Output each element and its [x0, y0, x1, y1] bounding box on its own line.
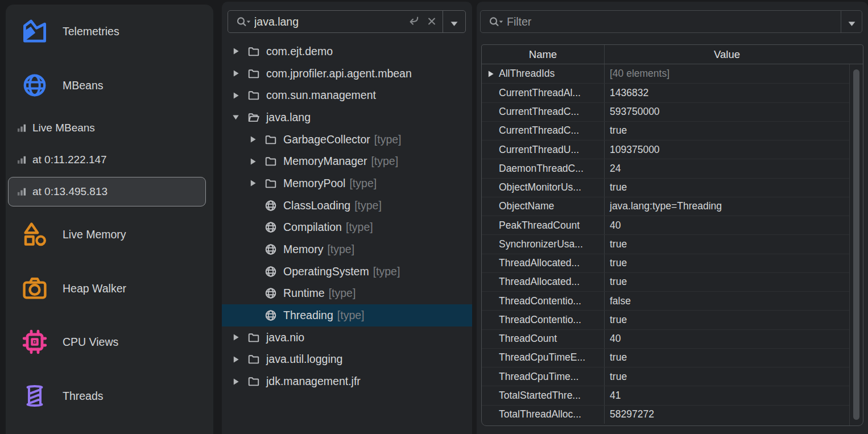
attribute-name: PeakThreadCount [499, 220, 580, 232]
attribute-value: [40 elements] [605, 64, 849, 83]
sidebar-item-mbeans[interactable]: MBeans [6, 68, 213, 102]
scrollbar-thumb[interactable] [853, 69, 859, 420]
tree-node-com-jprofiler-api-agent-mbean[interactable]: com.jprofiler.api.agent.mbean [222, 63, 472, 85]
arrow-collapsed-icon[interactable] [487, 70, 494, 78]
table-row-currentthreadc[interactable]: CurrentThreadC...593750000 [482, 102, 849, 121]
tree-node-compilation[interactable]: Compilation[type] [222, 217, 472, 239]
tree-node-type-suffix: [type] [349, 177, 377, 190]
table-row-currentthreadu[interactable]: CurrentThreadU...109375000 [482, 140, 849, 159]
table-row-threadcontentio[interactable]: ThreadContentio...true [482, 310, 849, 329]
tree-node-com-ejt-demo[interactable]: com.ejt.demo [222, 40, 472, 63]
arrow-collapsed-icon[interactable] [232, 92, 247, 100]
attribute-name: TotalStartedThre... [499, 390, 581, 402]
arrow-collapsed-icon[interactable] [232, 378, 247, 386]
attribute-value: true [605, 367, 849, 386]
tree-node-type-suffix: [type] [337, 309, 365, 322]
column-header-value[interactable]: Value [605, 48, 849, 61]
table-row-threadallocated[interactable]: ThreadAllocated...true [482, 272, 849, 291]
sidebar-item-at-0-13-495-813[interactable]: at 0:13.495.813 [6, 180, 213, 204]
folder-icon [247, 375, 266, 388]
vertical-scrollbar[interactable] [849, 64, 863, 425]
sidebar-item-heap-walker[interactable]: Heap Walker [6, 271, 213, 305]
tree-node-garbagecollector[interactable]: GarbageCollector[type] [222, 129, 472, 151]
tree-node-threading[interactable]: Threading[type] [222, 304, 472, 326]
sidebar-item-threads[interactable]: Threads [6, 379, 213, 413]
table-row-threadcputimee[interactable]: ThreadCpuTimeE...true [482, 348, 849, 367]
history-icon[interactable] [406, 15, 421, 28]
attribute-table: Name Value AllThreadIds[40 elements]Curr… [481, 44, 863, 426]
attribute-value: true [605, 235, 849, 253]
tree-node-label: ClassLoading [283, 199, 350, 212]
tree-search-input[interactable]: java.lang [254, 15, 406, 28]
table-row-synchronizerusa[interactable]: SynchronizerUsa...true [482, 234, 849, 253]
table-row-objectname[interactable]: ObjectNamejava.lang:type=Threading [482, 197, 849, 216]
attribute-name: DaemonThreadC... [499, 163, 584, 175]
filter-options-dropdown[interactable] [841, 11, 862, 32]
attribute-value: 1436832 [605, 84, 849, 102]
chevron-down-icon [848, 19, 856, 25]
arrow-collapsed-icon[interactable] [232, 69, 247, 77]
clear-icon[interactable] [424, 15, 439, 28]
tree-node-label: Compilation [283, 221, 342, 234]
arrow-collapsed-icon[interactable] [232, 356, 247, 363]
bars-icon [16, 122, 27, 134]
column-header-name[interactable]: Name [482, 45, 605, 64]
arrow-collapsed-icon[interactable] [232, 333, 247, 341]
attribute-name: ThreadContentio... [499, 295, 581, 307]
tree-node-label: com.ejt.demo [266, 45, 333, 58]
tree-node-memory[interactable]: Memory[type] [222, 238, 472, 261]
sidebar-item-telemetries[interactable]: Telemetries [6, 14, 213, 48]
sidebar-item-label: Telemetries [63, 25, 119, 38]
tree-node-operatingsystem[interactable]: OperatingSystem[type] [222, 261, 472, 283]
cpu-icon [21, 328, 48, 356]
attribute-name: TotalThreadAlloc... [499, 408, 581, 420]
folder-icon [247, 67, 266, 80]
filter-input[interactable]: Filter [507, 15, 841, 28]
search-options-dropdown[interactable] [443, 11, 465, 32]
table-row-threadcputime[interactable]: ThreadCpuTime...true [482, 367, 849, 386]
globe-icon [264, 243, 283, 256]
attribute-value: 593750000 [605, 103, 849, 121]
tree-node-java-nio[interactable]: java.nio [222, 326, 472, 349]
attribute-value: true [605, 311, 849, 329]
table-row-threadallocated[interactable]: ThreadAllocated...true [482, 254, 849, 272]
table-row-threadcontentio[interactable]: ThreadContentio...false [482, 291, 849, 310]
tree-node-classloading[interactable]: ClassLoading[type] [222, 195, 472, 217]
sidebar-item-label: MBeans [63, 79, 104, 92]
arrow-collapsed-icon[interactable] [249, 135, 264, 143]
tree-node-type-suffix: [type] [354, 199, 382, 212]
sidebar-item-label: CPU Views [63, 336, 118, 349]
tree-node-memorypool[interactable]: MemoryPool[type] [222, 172, 472, 195]
arrow-collapsed-icon[interactable] [232, 47, 247, 55]
attribute-name: CurrentThreadC... [499, 125, 579, 137]
table-row-daemonthreadc[interactable]: DaemonThreadC...24 [482, 159, 849, 177]
attribute-value: 109375000 [605, 140, 849, 159]
tree-node-java-lang[interactable]: java.lang [222, 106, 472, 129]
table-row-peakthreadcount[interactable]: PeakThreadCount40 [482, 216, 849, 234]
attribute-name: CurrentThreadAl... [499, 87, 581, 99]
tree-node-com-sun-management[interactable]: com.sun.management [222, 84, 472, 106]
table-row-currentthreadal[interactable]: CurrentThreadAl...1436832 [482, 83, 849, 102]
table-row-threadcount[interactable]: ThreadCount40 [482, 329, 849, 348]
tree-node-memorymanager[interactable]: MemoryManager[type] [222, 150, 472, 172]
tree-node-java-util-logging[interactable]: java.util.logging [222, 349, 472, 371]
table-row-totalthreadalloc[interactable]: TotalThreadAlloc...58297272 [482, 405, 849, 424]
arrow-expanded-icon[interactable] [232, 113, 247, 121]
sidebar-item-live-memory[interactable]: Live Memory [6, 217, 213, 251]
attribute-value: 24 [605, 159, 849, 177]
sidebar-item-label: Threads [63, 390, 104, 403]
attribute-name: CurrentThreadU... [499, 144, 579, 156]
arrow-collapsed-icon[interactable] [249, 179, 264, 187]
sidebar-item-at-0-11-222-147[interactable]: at 0:11.222.147 [6, 148, 213, 172]
attribute-name: ThreadCount [499, 333, 557, 345]
tree-node-jdk-management-jfr[interactable]: jdk.management.jfr [222, 370, 472, 392]
table-row-allthreadids[interactable]: AllThreadIds[40 elements] [482, 64, 849, 83]
table-row-totalstartedthre[interactable]: TotalStartedThre...41 [482, 386, 849, 404]
tree-node-runtime[interactable]: Runtime[type] [222, 283, 472, 305]
arrow-collapsed-icon[interactable] [249, 158, 264, 166]
table-row-currentthreadc[interactable]: CurrentThreadC...true [482, 121, 849, 140]
sidebar-item-live-mbeans[interactable]: Live MBeans [6, 116, 213, 140]
sidebar-item-cpu-views[interactable]: CPU Views [6, 325, 213, 359]
table-row-objectmonitorus[interactable]: ObjectMonitorUs...true [482, 178, 849, 197]
folder-icon [247, 45, 266, 58]
